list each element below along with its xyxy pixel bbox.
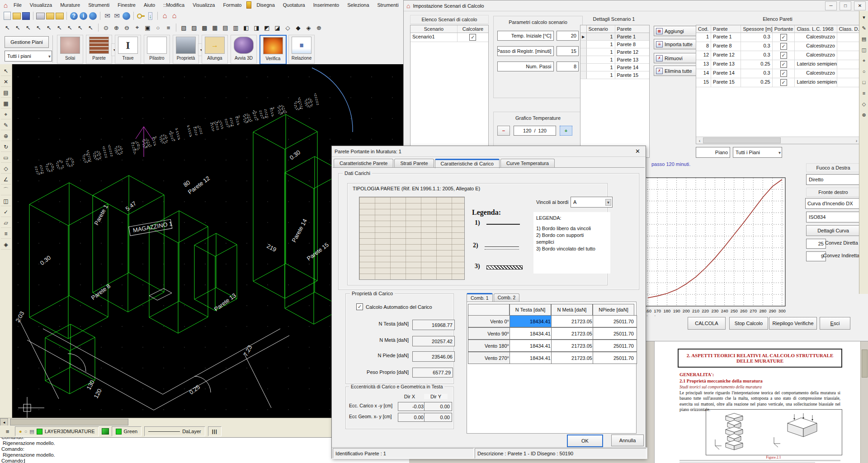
info-icon[interactable]: i [79, 12, 88, 20]
left-tool-12[interactable]: ◫ [1, 196, 11, 206]
menu-item-visualizza[interactable]: Visualizza [189, 1, 219, 9]
right-tool-5[interactable]: ○ [860, 68, 868, 75]
lineweight-indicator[interactable]: ||| [208, 426, 222, 436]
ribbon-button-pilastro[interactable]: Pilastro [144, 35, 170, 64]
step-plus-button[interactable]: + [560, 126, 572, 136]
select-tool-6[interactable]: ↖ [65, 23, 75, 32]
pareti-row[interactable]: 12Parete 120.3✓Calcestruzzo [696, 51, 860, 60]
comb-cell[interactable]: Vento 270° [468, 352, 512, 364]
select-tool-5[interactable]: ↖ [55, 23, 64, 32]
right-tool-7[interactable]: ≡ [860, 90, 868, 97]
tab-caratteristiche-parete[interactable]: Caratteristiche Parete [334, 159, 393, 168]
new-file-icon[interactable] [3, 12, 11, 20]
key-icon[interactable] [137, 12, 145, 20]
zoom-tool-1[interactable]: ⊕ [112, 23, 121, 32]
fuoco-select[interactable]: Diretto▾ [806, 174, 863, 185]
view-tool-1[interactable]: ▨ [189, 23, 199, 32]
dettagli-row[interactable]: 1Parete 12 [580, 48, 649, 56]
left-tool-8[interactable]: ▭ [1, 153, 11, 163]
comb-cell[interactable]: 25011.70 [593, 352, 637, 364]
ribbon-button-trave[interactable]: ITrave [115, 35, 141, 64]
portante-checkbox[interactable]: ✓ [780, 43, 787, 50]
side-button-eliminatutte[interactable]: ✗Elimina tutte [654, 66, 698, 76]
select-tool-7[interactable]: ↖ [75, 23, 85, 32]
prop-field-2[interactable]: 23546.06 [412, 351, 455, 362]
scrollbar-thumb[interactable] [10, 419, 128, 425]
ribbon-button-avvia3d[interactable]: Avvia 3D [231, 35, 257, 64]
curva-select[interactable]: ISO834▾ [806, 212, 863, 222]
pareti-row[interactable]: 14Parete 140.3✓Calcestruzzo [696, 69, 860, 78]
calcolare-checkbox[interactable]: ✓ [469, 34, 476, 41]
open-file-icon[interactable] [12, 12, 21, 20]
portante-checkbox[interactable]: ✓ [780, 52, 787, 59]
ribbon-button-solai[interactable]: Solai [57, 35, 83, 64]
help-icon[interactable]: ? [70, 12, 78, 20]
comb-cell[interactable]: 25011.70 [593, 340, 637, 352]
annulla-button[interactable]: Annulla [611, 435, 644, 446]
view-tool-0[interactable]: ▧ [179, 23, 189, 32]
menu-item-file[interactable]: File [9, 1, 26, 9]
right-tool-0[interactable]: ▾ [860, 14, 868, 21]
gestione-piani-button[interactable]: Gestione Piani [5, 36, 49, 48]
dettagli-row[interactable]: ▶1Parete 1 [580, 33, 649, 41]
view-tool-11[interactable]: ◆ [293, 23, 303, 32]
scroll-left-icon[interactable]: ‹ [696, 138, 703, 143]
print-icon[interactable] [36, 12, 45, 20]
view-tool-8[interactable]: ◩ [262, 23, 272, 32]
right-tool-2[interactable]: ▤ [860, 35, 868, 43]
close-button[interactable]: ✕ [854, 1, 866, 10]
left-tool-10[interactable]: ∠ [1, 175, 11, 184]
left-tool-5[interactable]: ✎ [1, 120, 11, 130]
step-minus-button[interactable]: − [497, 126, 510, 136]
pareti-row[interactable]: 1Parete 10.3✓Calcestruzzo [696, 33, 860, 42]
ecc-x-0[interactable]: -0.03 [398, 402, 426, 411]
right-tool-8[interactable]: ◇ [860, 100, 868, 108]
left-tool-2[interactable]: ▤ [1, 88, 11, 98]
floor-filter-select[interactable]: Tutti i piani▾ [5, 51, 52, 61]
view-tool-2[interactable]: ▩ [200, 23, 209, 32]
left-tool-16[interactable]: ◈ [1, 240, 11, 250]
comb-cell[interactable]: 25011.70 [593, 315, 637, 327]
peso-field[interactable]: 6577.29 [412, 368, 453, 378]
comb-cell[interactable]: 21723.05 [551, 352, 595, 364]
scenari-titlebar[interactable]: ⌂ Impostazione Scenari di Calcolo ─ □ ✕ [404, 0, 868, 11]
menu-item-inserimento[interactable]: Inserimento [309, 1, 343, 9]
select-tool-1[interactable]: ↖ [13, 23, 23, 32]
menu-item-strumenti[interactable]: Strumenti [84, 1, 113, 9]
left-tool-6[interactable]: ⊕ [1, 131, 11, 141]
comb-cell[interactable]: Vento 180° [468, 340, 512, 352]
select-tool-0[interactable]: ↖ [3, 23, 12, 32]
parete-titlebar[interactable]: Parete Portante in Muratura: 1 ✕ [332, 146, 646, 157]
comb-cell[interactable]: 21723.05 [551, 327, 595, 340]
ecc-y-0[interactable]: 0.00 [424, 402, 452, 411]
comb-tab-2[interactable]: Comb. 2 [494, 293, 520, 302]
calcolo-automatico-checkbox[interactable]: ✓Calcolo Automatico del Carico [356, 303, 432, 310]
comb-cell[interactable]: 18434.41 [509, 340, 554, 352]
mail2-icon[interactable]: ✉ [113, 12, 121, 20]
ecc-x-1[interactable]: 0.00 [398, 413, 426, 422]
home2-icon[interactable]: ⌂ [170, 12, 179, 20]
view-tool-5[interactable]: ▥ [231, 23, 241, 32]
comb-cell[interactable]: 21723.05 [551, 315, 595, 327]
left-tool-1[interactable]: ✕ [1, 77, 11, 87]
zoom-tool-3[interactable]: ⌖ [132, 23, 142, 32]
maximize-button[interactable]: □ [840, 1, 851, 10]
portante-checkbox[interactable]: ✓ [780, 61, 787, 68]
scroll-left-icon[interactable]: ◂ [0, 418, 8, 426]
layer-indicator[interactable]: ● ○ ▤ LAYER3DMURATURE [15, 426, 99, 436]
tab-curve-temperatura[interactable]: Curve Temperatura [500, 159, 555, 168]
save-icon[interactable] [22, 12, 30, 20]
home-icon[interactable]: ⌂ [160, 12, 169, 20]
view-tool-3[interactable]: ▦ [210, 23, 220, 32]
left-tool-4[interactable]: ⌖ [1, 109, 11, 119]
bottom-button-esci[interactable]: Esci [820, 317, 850, 330]
param-value-2[interactable]: 8 [557, 61, 579, 71]
ribbon-button-relazione[interactable]: ≣Relazione [288, 35, 315, 64]
menu-item-disegna[interactable]: Disegna [252, 1, 278, 9]
color-indicator[interactable]: Green [112, 426, 142, 436]
portante-checkbox[interactable]: ✓ [780, 70, 787, 77]
linetype-indicator[interactable]: DaLayer [144, 426, 205, 436]
ribbon-button-verifica[interactable]: Verifica [259, 35, 287, 65]
right-tool-9[interactable]: ⊕ [860, 111, 868, 118]
menu-item-modifica[interactable]: ::Modifica [159, 1, 189, 9]
